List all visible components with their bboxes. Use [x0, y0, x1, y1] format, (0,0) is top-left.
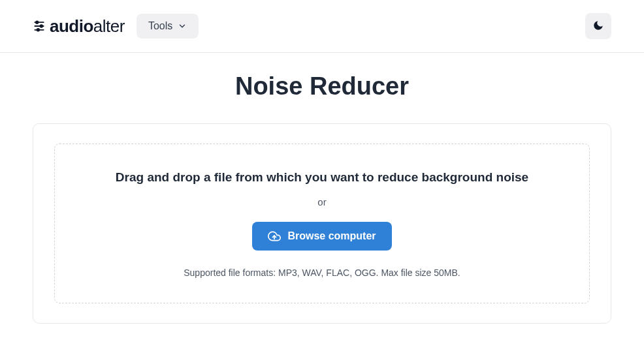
svg-point-3 — [40, 25, 43, 27]
dropzone[interactable]: Drag and drop a file from which you want… — [54, 144, 590, 303]
tools-label: Tools — [148, 20, 172, 32]
brand-name: audioalter — [50, 16, 125, 37]
supported-formats: Supported file formats: MP3, WAV, FLAC, … — [74, 267, 570, 278]
main: Noise Reducer Drag and drop a file from … — [0, 53, 644, 343]
browse-button[interactable]: Browse computer — [252, 222, 391, 251]
moon-icon — [592, 20, 604, 33]
sliders-icon — [33, 20, 46, 33]
dropzone-instruction: Drag and drop a file from which you want… — [74, 170, 570, 185]
header-left: audioalter Tools — [33, 14, 199, 38]
upload-card: Drag and drop a file from which you want… — [33, 123, 611, 324]
browse-label: Browse computer — [287, 230, 376, 242]
svg-point-5 — [37, 29, 40, 31]
header: audioalter Tools — [0, 0, 644, 53]
chevron-down-icon — [178, 22, 187, 31]
or-divider: or — [74, 196, 570, 207]
tools-dropdown[interactable]: Tools — [137, 14, 199, 38]
brand-logo[interactable]: audioalter — [33, 16, 125, 37]
svg-point-1 — [36, 21, 39, 23]
cloud-upload-icon — [268, 230, 281, 243]
page-title: Noise Reducer — [33, 72, 611, 100]
theme-toggle[interactable] — [585, 13, 611, 39]
